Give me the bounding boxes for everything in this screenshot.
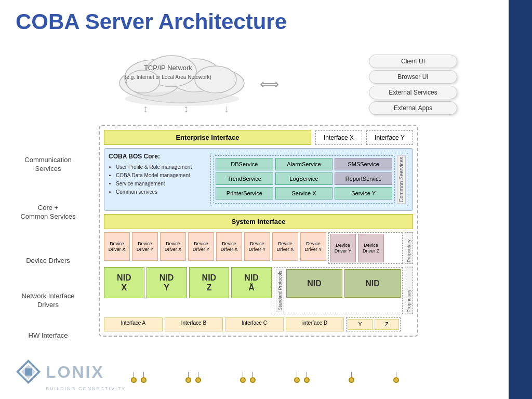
- proprietary-label-2: Proprietary: [405, 267, 413, 314]
- svg-marker-9: [25, 368, 32, 376]
- label-core: Core +Common Services: [0, 204, 96, 221]
- dot-line-1: [134, 372, 134, 377]
- dot-9: [349, 377, 354, 383]
- driver-7: DeviceDriver X: [272, 232, 298, 261]
- double-arrow-icon: ⟺: [260, 76, 279, 92]
- printer-service: PrinterService: [216, 187, 273, 200]
- driver-6: DeviceDriver Y: [244, 232, 270, 261]
- bos-core-item-1: User Profile & Role management: [116, 163, 207, 171]
- external-services-item: External Services: [369, 86, 457, 99]
- proprietary-label: Proprietary: [405, 232, 413, 264]
- hw-interface-a: Interface A: [104, 317, 163, 331]
- std-protocols-drivers: DeviceDriver Y DeviceDriver Z: [328, 232, 403, 264]
- dot-line-7: [297, 372, 297, 377]
- dot-1: [131, 377, 137, 383]
- bos-core-title: COBA BOS Core:: [109, 153, 207, 160]
- nid-z: NIDZ: [189, 267, 230, 298]
- label-device-drivers: Device Drivers: [0, 257, 96, 265]
- alarm-service: AlarmService: [275, 158, 333, 170]
- nid-a: NIDÅ: [231, 267, 272, 298]
- dot-10: [393, 377, 399, 383]
- external-apps-item: External Apps: [369, 101, 457, 115]
- arrow-3: ↓: [224, 103, 229, 115]
- services-outer: DBService AlarmService SMSService TrendS…: [210, 153, 408, 206]
- arrow-1: ↕: [143, 103, 148, 115]
- hw-right-y: Y: [348, 319, 372, 330]
- dot-group-5: [349, 372, 354, 383]
- dot-line-9: [351, 372, 352, 377]
- hw-interface-c: Interface C: [225, 317, 284, 331]
- driver-2: DeviceDriver Y: [132, 232, 158, 261]
- dot-line-10: [396, 372, 396, 377]
- dot-line-3: [188, 372, 189, 377]
- common-services-label: Common Seervices: [397, 155, 406, 204]
- driver-right-1: DeviceDriver Y: [330, 234, 356, 262]
- interface-x-box: Interface X: [315, 130, 362, 145]
- system-interface-box: System Interface: [104, 214, 413, 229]
- dot-line-8: [307, 372, 307, 377]
- dot-group-4: [294, 372, 310, 383]
- trend-service: TrendService: [216, 172, 273, 185]
- dot-5: [240, 377, 246, 383]
- dot-group-1: [131, 372, 147, 383]
- std-protocols-nid: Standard Protocols NID NID: [274, 267, 403, 314]
- log-service: LogService: [275, 172, 333, 185]
- dot-line-5: [243, 372, 243, 377]
- nid-right-1: NID: [286, 269, 342, 298]
- connection-dots-row: [112, 372, 418, 383]
- core-section: COBA BOS Core: User Profile & Role manag…: [104, 148, 413, 211]
- driver-3: DeviceDriver X: [160, 232, 186, 261]
- services-row-1: DBService AlarmService SMSService: [216, 158, 392, 170]
- client-ui-item: Client UI: [369, 55, 457, 68]
- driver-1: DeviceDriver X: [104, 232, 130, 261]
- nid-y: NIDY: [147, 267, 187, 298]
- dot-group-3: [240, 372, 256, 383]
- services-row-2: TrendService LogService ReportService: [216, 172, 392, 185]
- dot-7: [294, 377, 300, 383]
- bos-core-panel: COBA BOS Core: User Profile & Role manag…: [109, 153, 207, 206]
- interface-y-box: Interface Y: [366, 130, 413, 145]
- nid-x: NIDX: [104, 267, 144, 298]
- label-communication: CommunicationServices: [0, 156, 96, 174]
- dot-group-6: [393, 372, 399, 383]
- db-service: DBService: [216, 158, 273, 170]
- std-protocols-hw: Y Z: [346, 317, 401, 331]
- standard-protocols-label: Standard Protocols: [276, 269, 284, 312]
- bos-core-list: User Profile & Role management COBA Data…: [109, 163, 207, 196]
- browser-ui-item: Browser UI: [369, 70, 457, 84]
- dot-group-2: [185, 372, 201, 383]
- logo-subtitle: BUILDING CONNECTIVITY: [46, 386, 126, 391]
- dot-8: [304, 377, 310, 383]
- client-ui-stack: Client UI Browser UI External Services E…: [369, 55, 457, 117]
- dot-6: [250, 377, 256, 383]
- bos-core-item-3: Service management: [116, 180, 207, 188]
- hw-interface-row: Interface A Interface B Interface C inte…: [104, 317, 413, 331]
- dot-line-2: [143, 372, 144, 377]
- cloud-down-arrows: ↕ ↕ ↓: [143, 103, 229, 115]
- services-grid: DBService AlarmService SMSService TrendS…: [213, 155, 395, 204]
- driver-4: DeviceDriver Y: [188, 232, 214, 261]
- service-y: Service Y: [335, 187, 392, 200]
- enterprise-row: Enterprise Interface Interface X Interfa…: [104, 130, 413, 145]
- driver-8: DeviceDriver Y: [300, 232, 326, 261]
- dot-3: [185, 377, 191, 383]
- dot-2: [141, 377, 147, 383]
- service-x: Service X: [275, 187, 333, 200]
- report-service: ReportService: [335, 172, 392, 185]
- bos-core-item-2: COBA Data Model management: [116, 171, 207, 180]
- right-sidebar-bar: [509, 0, 532, 399]
- nid-right-2: NID: [344, 269, 401, 298]
- logo-area: LONIX BUILDING CONNECTIVITY: [16, 359, 126, 391]
- nid-row: NIDX NIDY NIDZ NIDÅ Standard Protocols N…: [104, 267, 413, 314]
- services-row-3: PrinterService Service X Service Y: [216, 187, 392, 200]
- logo-name: LONIX: [46, 363, 104, 382]
- dot-4: [195, 377, 201, 383]
- main-arch-box: Enterprise Interface Interface X Interfa…: [99, 125, 418, 337]
- cloud-label: TCP/IP Network (e.g. Internet or Local A…: [125, 64, 211, 82]
- driver-5: DeviceDriver X: [216, 232, 242, 261]
- hw-interface-d: interface D: [286, 317, 344, 331]
- driver-right-2: DeviceDriver Z: [358, 234, 384, 262]
- enterprise-interface-box: Enterprise Interface: [104, 130, 311, 145]
- dot-line-4: [198, 372, 198, 377]
- device-drivers-row: DeviceDriver X DeviceDriver Y DeviceDriv…: [104, 232, 413, 264]
